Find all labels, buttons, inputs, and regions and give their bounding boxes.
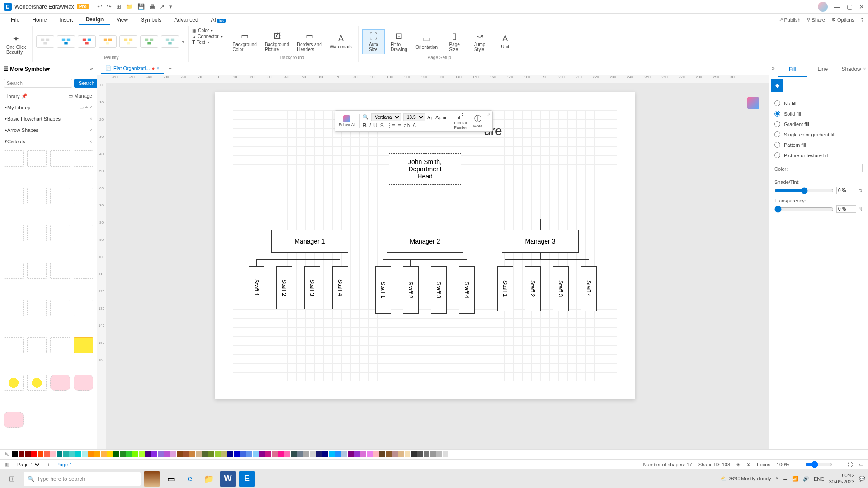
org-manager-box[interactable]: Manager 1 [271,230,348,253]
text-menu[interactable]: T Text ▾ [192,40,222,45]
export-icon[interactable]: ↗ [160,3,165,10]
color-swatch[interactable] [215,451,221,457]
clock[interactable]: 00:4230-09-2023 [829,473,854,484]
wifi-icon[interactable]: 📶 [792,476,798,482]
color-swatch[interactable] [151,451,157,457]
callout-shape[interactable] [4,412,24,428]
borders-button[interactable]: ▭Borders and Headers [294,29,324,54]
color-swatch[interactable] [107,451,113,457]
color-swatch[interactable] [57,451,62,457]
callout-shape[interactable] [4,337,24,353]
eyedropper-icon[interactable]: ✎ [5,451,9,458]
library-label[interactable]: Library [5,94,20,99]
color-swatch[interactable] [170,451,176,457]
ai-badge-icon[interactable] [747,97,760,109]
edge-icon[interactable]: e [182,471,198,487]
start-button[interactable]: ⊞ [3,471,21,487]
color-swatch[interactable] [449,451,455,457]
color-swatch[interactable] [272,451,278,457]
opt-picture[interactable]: Picture or texture fill [774,150,863,160]
one-click-beautify-button[interactable]: ✦One Click Beautify [4,32,28,56]
tab-insert[interactable]: Insert [53,15,79,25]
color-swatch[interactable] [417,451,423,457]
callout-shape[interactable] [27,375,47,391]
zoom-in-icon[interactable]: + [839,462,841,467]
beautify-preset-2[interactable] [57,35,75,48]
new-icon[interactable]: ⊞ [116,3,121,10]
bg-picture-button[interactable]: 🖼Background Picture [262,30,292,54]
callout-shape[interactable] [50,225,70,241]
collapse-left-icon[interactable]: « [90,66,93,72]
color-swatch[interactable] [145,451,151,457]
color-swatch[interactable] [189,451,195,457]
callout-shape[interactable] [27,150,47,167]
size-select[interactable]: 13.5 [403,113,425,121]
bold-icon[interactable]: B [363,122,367,129]
tab-symbols[interactable]: Symbols [134,15,168,25]
notifications-icon[interactable]: 💬 [859,476,865,482]
callout-shape[interactable] [27,337,47,353]
document-tab[interactable]: 📄 Flat Organizati... ● × [101,63,164,74]
font-color-icon[interactable]: A [412,122,416,129]
color-swatch[interactable] [360,451,366,457]
org-staff-box[interactable]: Staff 2 [276,266,292,309]
tray-chevron-icon[interactable]: ^ [776,476,778,482]
callout-shape[interactable] [27,225,47,241]
color-swatch[interactable] [63,451,69,457]
org-head-box[interactable]: John Smith, Department Head [389,153,461,185]
taskbar-app-1[interactable] [144,471,160,487]
color-swatch[interactable] [94,451,100,457]
beautify-preset-1[interactable] [36,35,54,48]
close-section-icon[interactable]: × [90,139,92,144]
format-painter-button[interactable]: 🖌Format Painter [452,113,469,130]
color-swatch[interactable] [113,451,119,457]
fit-button[interactable]: ⊡Fit to Drawing [387,29,410,54]
section-callouts[interactable]: ▾ Callouts× [0,136,97,147]
color-swatch[interactable] [75,451,81,457]
callout-shape[interactable] [50,188,70,204]
color-swatch[interactable] [177,451,183,457]
org-staff-box[interactable]: Staff 2 [403,266,419,314]
pagesize-button[interactable]: ▯Page Size [443,29,466,54]
beautify-preset-5[interactable] [119,35,137,48]
canvas[interactable]: Edraw AI 🔍 Verdana 13.5 A↑ A↓ ≡ [106,83,769,449]
opt-gradient[interactable]: Gradient fill [774,119,863,129]
volume-icon[interactable]: 🔊 [803,476,809,482]
color-swatch[interactable] [840,164,863,172]
expand-right-icon[interactable]: » [769,62,778,77]
color-swatch[interactable] [253,451,259,457]
callout-shape[interactable] [4,225,24,241]
color-swatch[interactable] [411,451,417,457]
color-swatch[interactable] [398,451,404,457]
color-swatch[interactable] [322,451,328,457]
layers-icon[interactable]: ◈ [736,461,740,467]
expand-icon[interactable]: ↗ [487,113,491,117]
page-plus-icon[interactable]: + [47,462,50,467]
close-section-icon[interactable]: × [90,127,92,133]
section-flowchart[interactable]: ▸ Basic Flowchart Shapes× [0,113,97,124]
color-swatch[interactable] [354,451,360,457]
color-swatch[interactable] [386,451,392,457]
color-swatch[interactable] [246,451,252,457]
org-staff-box[interactable]: Staff 3 [553,266,569,311]
color-swatch[interactable] [227,451,233,457]
color-swatch[interactable] [303,451,309,457]
share-button[interactable]: ⚲ Share [807,17,825,23]
callout-shape[interactable] [74,375,94,391]
symbol-search-input[interactable] [4,79,72,88]
trans-slider[interactable] [774,206,834,213]
tab-view[interactable]: View [110,15,134,25]
add-lib-icon[interactable]: ▭ [79,104,84,110]
color-swatch[interactable] [373,451,379,457]
beautify-preset-3[interactable] [78,35,96,48]
task-view-icon[interactable]: ▭ [163,471,179,487]
color-swatch[interactable] [284,451,290,457]
tab-advanced[interactable]: Advanced [168,15,204,25]
color-swatch[interactable] [132,451,138,457]
callout-shape[interactable] [4,188,24,204]
color-swatch[interactable] [316,451,322,457]
hamburger-icon[interactable]: ☰ [4,66,9,72]
strike-icon[interactable]: S [380,122,384,129]
undo-icon[interactable]: ↶ [97,3,102,10]
increase-font-icon[interactable]: A↑ [427,115,433,120]
